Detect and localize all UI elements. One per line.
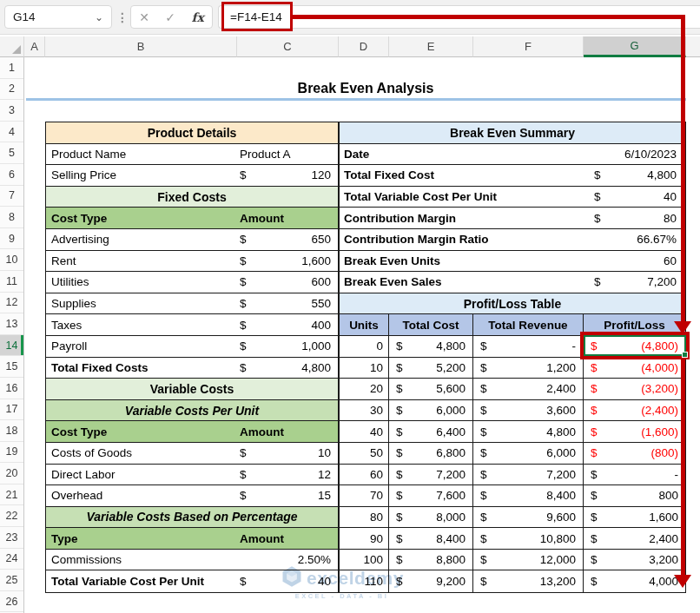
pl-units-cell[interactable]: 30 <box>340 400 389 421</box>
row-header-17[interactable]: 17 <box>0 399 23 421</box>
summary-value-cell[interactable]: $80 <box>584 208 685 228</box>
column-header-C[interactable]: C <box>237 36 339 57</box>
row-header-13[interactable]: 13 <box>0 313 23 335</box>
value-cell[interactable]: 2.50% <box>236 550 338 570</box>
row-header-1[interactable]: 1 <box>0 57 23 79</box>
section-header-cell[interactable]: Variable Costs Per Unit <box>46 400 338 421</box>
fill-handle[interactable] <box>682 352 688 358</box>
label-cell[interactable]: Selling Price <box>46 165 236 186</box>
row-header-14[interactable]: 14 <box>0 335 23 357</box>
label-cell[interactable]: Payroll <box>46 336 236 357</box>
pl-units-cell[interactable]: 20 <box>340 379 389 399</box>
row-header-18[interactable]: 18 <box>0 420 23 442</box>
pl-column-header[interactable]: Total Cost <box>389 314 473 335</box>
label-cell[interactable]: Rent <box>46 251 236 272</box>
row-header-22[interactable]: 22 <box>0 505 23 527</box>
column-label-cell[interactable]: Type <box>46 528 236 549</box>
pl-profit-loss-cell[interactable]: $- <box>584 465 685 485</box>
label-cell[interactable]: Total Variable Cost Per Unit <box>46 570 236 592</box>
pl-total-revenue-cell[interactable]: $12,000 <box>473 550 584 570</box>
column-label-cell[interactable]: Amount <box>236 208 338 228</box>
label-cell[interactable]: Taxes <box>46 314 236 335</box>
cancel-icon[interactable]: ✕ <box>139 10 149 24</box>
label-cell[interactable]: Overhead <box>46 485 236 506</box>
value-cell[interactable]: Product A <box>236 144 338 165</box>
summary-label-cell[interactable]: Total Fixed Cost <box>340 165 584 186</box>
pl-profit-loss-cell[interactable]: $(800) <box>584 443 685 464</box>
amount-cell[interactable]: $10 <box>236 443 338 464</box>
pl-profit-loss-cell[interactable]: $800 <box>584 485 685 506</box>
row-header-4[interactable]: 4 <box>0 122 23 143</box>
amount-cell[interactable]: $650 <box>236 229 338 250</box>
select-all-corner[interactable] <box>0 36 24 57</box>
formula-bar-drag-dots-icon[interactable]: ⋮ <box>117 5 128 29</box>
pl-profit-loss-cell[interactable]: $2,400 <box>584 528 685 549</box>
insert-function-icon[interactable]: fx <box>191 10 203 24</box>
row-header-24[interactable]: 24 <box>0 549 23 570</box>
column-label-cell[interactable]: Cost Type <box>46 208 236 228</box>
amount-cell[interactable]: $12 <box>236 465 338 485</box>
pl-units-cell[interactable]: 40 <box>340 421 389 442</box>
pl-total-revenue-cell[interactable]: $7,200 <box>473 465 584 485</box>
pl-profit-loss-cell[interactable]: $1,600 <box>584 507 685 528</box>
column-header-D[interactable]: D <box>339 36 389 57</box>
row-header-20[interactable]: 20 <box>0 463 23 484</box>
section-header-cell[interactable]: Fixed Costs <box>46 187 338 208</box>
summary-label-cell[interactable]: Break Even Sales <box>340 272 584 293</box>
column-header-F[interactable]: F <box>473 36 584 57</box>
row-header-16[interactable]: 16 <box>0 378 23 399</box>
pl-units-cell[interactable]: 10 <box>340 358 389 379</box>
column-header-B[interactable]: B <box>45 36 237 57</box>
pl-total-revenue-cell[interactable]: $1,200 <box>473 358 584 379</box>
pl-units-cell[interactable]: 90 <box>340 528 389 549</box>
row-header-26[interactable]: 26 <box>0 591 23 613</box>
row-header-15[interactable]: 15 <box>0 356 23 378</box>
sheet-title[interactable]: Break Even Analysis <box>45 78 686 99</box>
amount-cell[interactable]: $4,800 <box>236 358 338 379</box>
pl-total-revenue-cell[interactable]: $4,800 <box>473 421 584 442</box>
pl-total-revenue-cell[interactable]: $8,400 <box>473 485 584 506</box>
amount-cell[interactable]: $15 <box>236 485 338 506</box>
pl-total-revenue-cell[interactable]: $9,600 <box>473 507 584 528</box>
pl-total-cost-cell[interactable]: $8,400 <box>389 528 473 549</box>
row-header-8[interactable]: 8 <box>0 207 23 228</box>
column-label-cell[interactable]: Amount <box>236 421 338 442</box>
pl-column-header[interactable]: Total Revenue <box>473 314 584 335</box>
row-header-5[interactable]: 5 <box>0 142 23 164</box>
section-header-cell[interactable]: Product Details <box>46 122 338 143</box>
section-header-cell[interactable]: Variable Costs Based on Percentage <box>46 507 338 528</box>
chevron-down-icon[interactable]: ⌄ <box>95 12 111 23</box>
amount-cell[interactable]: $1,600 <box>236 251 338 272</box>
row-header-23[interactable]: 23 <box>0 527 23 549</box>
summary-label-cell[interactable]: Contribution Margin Ratio <box>340 229 584 250</box>
amount-cell[interactable]: $600 <box>236 272 338 293</box>
pl-total-cost-cell[interactable]: $7,600 <box>389 485 473 506</box>
pl-total-revenue-cell[interactable]: $3,600 <box>473 400 584 421</box>
row-header-11[interactable]: 11 <box>0 271 23 293</box>
section-header-cell[interactable]: Variable Costs <box>46 379 338 399</box>
summary-label-cell[interactable]: Total Variable Cost Per Unit <box>340 187 584 208</box>
pl-total-cost-cell[interactable]: $5,200 <box>389 358 473 379</box>
pl-units-cell[interactable]: 0 <box>340 336 389 357</box>
pl-profit-loss-cell[interactable]: $(1,600) <box>584 421 685 442</box>
pl-total-cost-cell[interactable]: $9,200 <box>389 570 473 592</box>
pl-total-cost-cell[interactable]: $6,800 <box>389 443 473 464</box>
section-header-cell[interactable]: Profit/Loss Table <box>340 293 685 314</box>
selected-cell-G14[interactable]: $(4,800) <box>584 336 685 357</box>
column-label-cell[interactable]: Cost Type <box>46 421 236 442</box>
summary-label-cell[interactable]: Contribution Margin <box>340 208 584 228</box>
pl-units-cell[interactable]: 110 <box>340 570 389 592</box>
pl-column-header[interactable]: Profit/Loss <box>584 314 685 335</box>
amount-cell[interactable]: $400 <box>236 314 338 335</box>
pl-total-revenue-cell[interactable]: $10,800 <box>473 528 584 549</box>
formula-input[interactable]: =F14-E14 <box>218 5 700 29</box>
summary-value-cell[interactable]: 60 <box>584 251 685 272</box>
column-header-G[interactable]: G <box>584 36 686 57</box>
pl-profit-loss-cell[interactable]: $(2,400) <box>584 400 685 421</box>
summary-value-cell[interactable]: $40 <box>584 187 685 208</box>
pl-units-cell[interactable]: 70 <box>340 485 389 506</box>
row-header-2[interactable]: 2 <box>0 79 23 101</box>
row-header-6[interactable]: 6 <box>0 164 23 186</box>
pl-profit-loss-cell[interactable]: $(3,200) <box>584 379 685 399</box>
pl-total-cost-cell[interactable]: $8,000 <box>389 507 473 528</box>
